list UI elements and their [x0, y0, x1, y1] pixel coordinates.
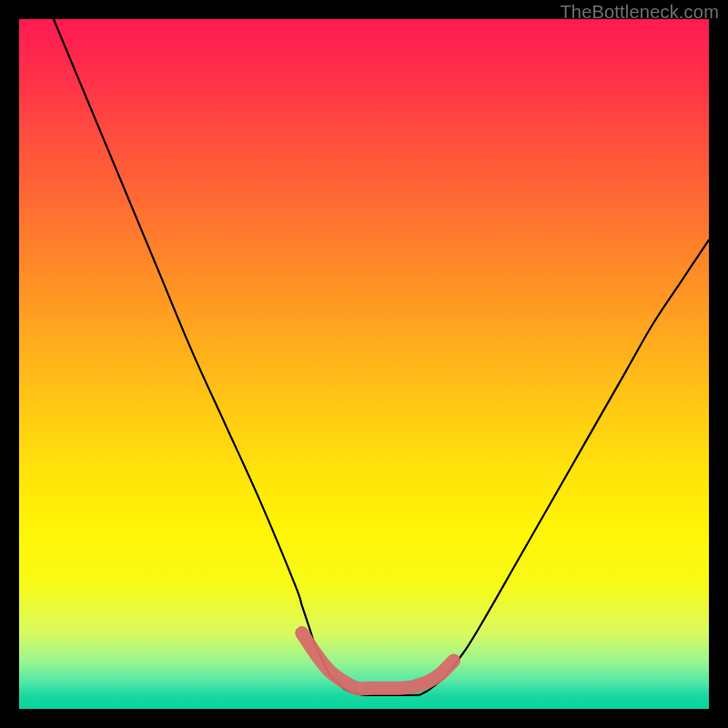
left-curve	[54, 19, 364, 695]
valley-highlight	[302, 633, 454, 689]
right-curve	[420, 240, 709, 695]
watermark-text: TheBottleneck.com	[560, 2, 719, 23]
plot-area	[19, 19, 709, 709]
chart-frame: TheBottleneck.com	[0, 0, 728, 728]
chart-svg	[19, 19, 709, 709]
